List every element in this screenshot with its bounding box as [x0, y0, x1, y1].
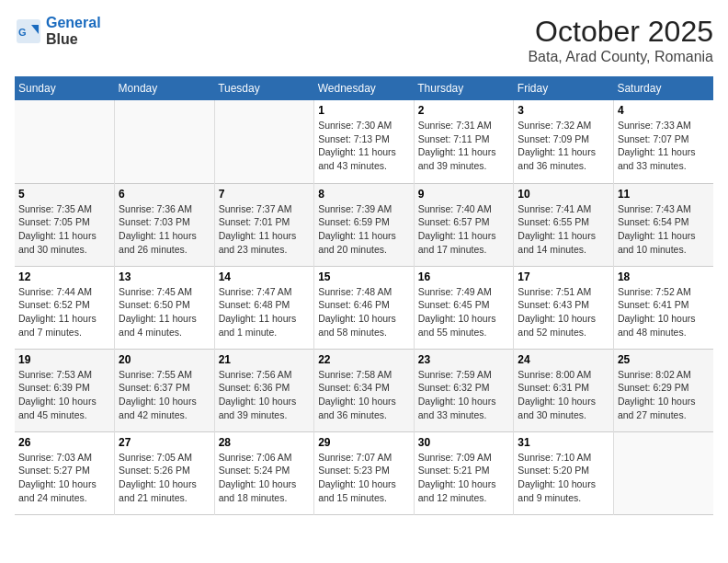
calendar-day-cell	[613, 431, 713, 514]
calendar-week-row: 12Sunrise: 7:44 AM Sunset: 6:52 PM Dayli…	[15, 266, 713, 349]
day-info: Sunrise: 7:51 AM Sunset: 6:43 PM Dayligh…	[518, 285, 609, 339]
day-info: Sunrise: 7:55 AM Sunset: 6:37 PM Dayligh…	[119, 368, 210, 422]
day-info: Sunrise: 7:35 AM Sunset: 7:05 PM Dayligh…	[18, 202, 110, 257]
day-number: 17	[518, 270, 609, 283]
day-of-week-header: Sunday	[15, 76, 115, 100]
day-info: Sunrise: 7:44 AM Sunset: 6:52 PM Dayligh…	[18, 285, 110, 339]
calendar-day-cell: 7Sunrise: 7:37 AM Sunset: 7:01 PM Daylig…	[214, 183, 314, 266]
day-info: Sunrise: 7:58 AM Sunset: 6:34 PM Dayligh…	[318, 368, 410, 422]
calendar-week-row: 26Sunrise: 7:03 AM Sunset: 5:27 PM Dayli…	[15, 431, 713, 514]
day-info: Sunrise: 7:03 AM Sunset: 5:27 PM Dayligh…	[18, 451, 110, 505]
calendar-title: October 2025	[528, 15, 713, 49]
day-info: Sunrise: 7:45 AM Sunset: 6:50 PM Dayligh…	[119, 285, 210, 339]
day-of-week-header: Friday	[514, 76, 614, 100]
calendar-day-cell	[15, 100, 115, 183]
day-info: Sunrise: 7:43 AM Sunset: 6:54 PM Dayligh…	[618, 202, 710, 257]
day-info: Sunrise: 7:30 AM Sunset: 7:13 PM Dayligh…	[318, 119, 410, 173]
calendar-day-cell: 10Sunrise: 7:41 AM Sunset: 6:55 PM Dayli…	[514, 183, 614, 266]
day-of-week-header: Wednesday	[314, 76, 415, 100]
calendar-day-cell: 20Sunrise: 7:55 AM Sunset: 6:37 PM Dayli…	[115, 349, 215, 431]
day-number: 13	[119, 270, 210, 283]
calendar-header-row: SundayMondayTuesdayWednesdayThursdayFrid…	[15, 76, 713, 100]
day-number: 11	[618, 188, 710, 201]
calendar-day-cell: 28Sunrise: 7:06 AM Sunset: 5:24 PM Dayli…	[214, 431, 314, 514]
day-number: 24	[518, 353, 609, 366]
calendar-day-cell: 2Sunrise: 7:31 AM Sunset: 7:11 PM Daylig…	[414, 100, 514, 183]
calendar-table: SundayMondayTuesdayWednesdayThursdayFrid…	[15, 76, 713, 515]
day-info: Sunrise: 7:32 AM Sunset: 7:09 PM Dayligh…	[518, 119, 609, 173]
day-info: Sunrise: 7:40 AM Sunset: 6:57 PM Dayligh…	[418, 202, 510, 257]
day-info: Sunrise: 7:10 AM Sunset: 5:20 PM Dayligh…	[518, 451, 609, 505]
title-block: October 2025 Bata, Arad County, Romania	[528, 15, 713, 65]
day-number: 27	[119, 436, 210, 449]
calendar-day-cell: 22Sunrise: 7:58 AM Sunset: 6:34 PM Dayli…	[314, 349, 415, 431]
calendar-day-cell: 30Sunrise: 7:09 AM Sunset: 5:21 PM Dayli…	[414, 431, 514, 514]
page-header: G General Blue October 2025 Bata, Arad C…	[15, 15, 713, 65]
calendar-day-cell: 4Sunrise: 7:33 AM Sunset: 7:07 PM Daylig…	[613, 100, 713, 183]
day-number: 26	[18, 436, 110, 449]
day-number: 25	[618, 353, 710, 366]
calendar-day-cell: 16Sunrise: 7:49 AM Sunset: 6:45 PM Dayli…	[414, 266, 514, 349]
day-info: Sunrise: 7:53 AM Sunset: 6:39 PM Dayligh…	[18, 368, 110, 422]
calendar-day-cell: 31Sunrise: 7:10 AM Sunset: 5:20 PM Dayli…	[514, 431, 614, 514]
calendar-day-cell: 13Sunrise: 7:45 AM Sunset: 6:50 PM Dayli…	[115, 266, 215, 349]
calendar-day-cell: 12Sunrise: 7:44 AM Sunset: 6:52 PM Dayli…	[15, 266, 115, 349]
day-info: Sunrise: 7:33 AM Sunset: 7:07 PM Dayligh…	[618, 119, 710, 173]
day-info: Sunrise: 8:00 AM Sunset: 6:31 PM Dayligh…	[518, 368, 609, 422]
day-number: 14	[219, 270, 311, 283]
day-of-week-header: Tuesday	[214, 76, 314, 100]
day-number: 21	[219, 353, 311, 366]
day-info: Sunrise: 7:05 AM Sunset: 5:26 PM Dayligh…	[119, 451, 210, 505]
logo-icon: G	[15, 17, 42, 45]
day-info: Sunrise: 7:56 AM Sunset: 6:36 PM Dayligh…	[219, 368, 311, 422]
calendar-day-cell: 25Sunrise: 8:02 AM Sunset: 6:29 PM Dayli…	[613, 349, 713, 431]
day-number: 12	[18, 270, 110, 283]
calendar-week-row: 5Sunrise: 7:35 AM Sunset: 7:05 PM Daylig…	[15, 183, 713, 266]
day-number: 6	[119, 188, 210, 201]
day-number: 16	[418, 270, 510, 283]
calendar-day-cell: 17Sunrise: 7:51 AM Sunset: 6:43 PM Dayli…	[514, 266, 614, 349]
logo: G General Blue	[15, 15, 101, 48]
calendar-day-cell: 27Sunrise: 7:05 AM Sunset: 5:26 PM Dayli…	[115, 431, 215, 514]
calendar-day-cell: 23Sunrise: 7:59 AM Sunset: 6:32 PM Dayli…	[414, 349, 514, 431]
day-info: Sunrise: 7:39 AM Sunset: 6:59 PM Dayligh…	[318, 202, 410, 257]
day-number: 30	[418, 436, 510, 449]
day-number: 7	[219, 188, 311, 201]
calendar-day-cell	[115, 100, 215, 183]
calendar-day-cell: 5Sunrise: 7:35 AM Sunset: 7:05 PM Daylig…	[15, 183, 115, 266]
day-info: Sunrise: 7:31 AM Sunset: 7:11 PM Dayligh…	[418, 119, 510, 173]
calendar-day-cell: 14Sunrise: 7:47 AM Sunset: 6:48 PM Dayli…	[214, 266, 314, 349]
calendar-subtitle: Bata, Arad County, Romania	[528, 49, 713, 65]
calendar-day-cell: 26Sunrise: 7:03 AM Sunset: 5:27 PM Dayli…	[15, 431, 115, 514]
calendar-day-cell: 19Sunrise: 7:53 AM Sunset: 6:39 PM Dayli…	[15, 349, 115, 431]
day-number: 3	[518, 104, 609, 117]
day-info: Sunrise: 7:49 AM Sunset: 6:45 PM Dayligh…	[418, 285, 510, 339]
day-info: Sunrise: 7:47 AM Sunset: 6:48 PM Dayligh…	[219, 285, 311, 339]
day-info: Sunrise: 7:41 AM Sunset: 6:55 PM Dayligh…	[518, 202, 609, 257]
logo-text-general: General	[46, 15, 101, 30]
calendar-day-cell: 24Sunrise: 8:00 AM Sunset: 6:31 PM Dayli…	[514, 349, 614, 431]
day-number: 20	[119, 353, 210, 366]
calendar-day-cell: 9Sunrise: 7:40 AM Sunset: 6:57 PM Daylig…	[414, 183, 514, 266]
day-of-week-header: Thursday	[414, 76, 514, 100]
day-number: 31	[518, 436, 609, 449]
calendar-day-cell: 3Sunrise: 7:32 AM Sunset: 7:09 PM Daylig…	[514, 100, 614, 183]
calendar-day-cell: 11Sunrise: 7:43 AM Sunset: 6:54 PM Dayli…	[613, 183, 713, 266]
day-of-week-header: Saturday	[613, 76, 713, 100]
day-number: 19	[18, 353, 110, 366]
day-info: Sunrise: 7:09 AM Sunset: 5:21 PM Dayligh…	[418, 451, 510, 505]
day-info: Sunrise: 7:52 AM Sunset: 6:41 PM Dayligh…	[618, 285, 710, 339]
day-number: 10	[518, 188, 609, 201]
day-number: 5	[18, 188, 110, 201]
day-info: Sunrise: 7:06 AM Sunset: 5:24 PM Dayligh…	[219, 451, 311, 505]
calendar-day-cell: 29Sunrise: 7:07 AM Sunset: 5:23 PM Dayli…	[314, 431, 415, 514]
day-number: 4	[618, 104, 710, 117]
day-info: Sunrise: 7:07 AM Sunset: 5:23 PM Dayligh…	[318, 451, 410, 505]
day-number: 28	[219, 436, 311, 449]
calendar-week-row: 1Sunrise: 7:30 AM Sunset: 7:13 PM Daylig…	[15, 100, 713, 183]
calendar-day-cell: 21Sunrise: 7:56 AM Sunset: 6:36 PM Dayli…	[214, 349, 314, 431]
calendar-day-cell: 6Sunrise: 7:36 AM Sunset: 7:03 PM Daylig…	[115, 183, 215, 266]
day-number: 22	[318, 353, 410, 366]
day-info: Sunrise: 7:36 AM Sunset: 7:03 PM Dayligh…	[119, 202, 210, 257]
day-info: Sunrise: 7:48 AM Sunset: 6:46 PM Dayligh…	[318, 285, 410, 339]
